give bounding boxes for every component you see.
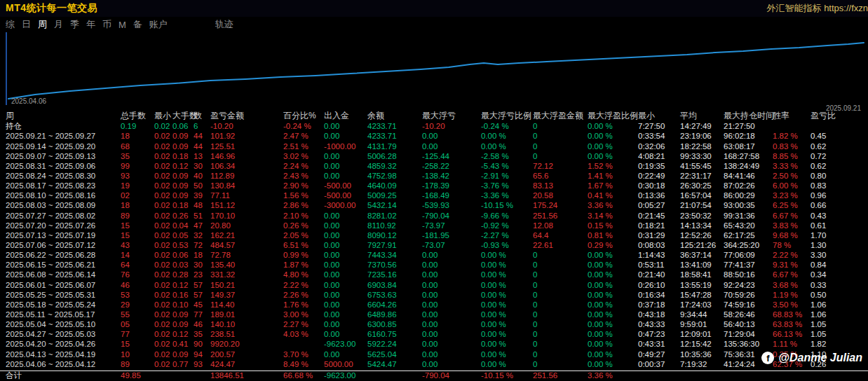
cell-period: 2025.04.13 ~ 2025.04.19 (6, 351, 121, 359)
cell-period: 2025.04.27 ~ 2025.05.03 (6, 331, 121, 339)
cell-min_lots: 0.02 (144, 232, 172, 240)
cell-avg_hold: 13:55:19 (680, 282, 724, 290)
cell-max_lots: 0.77 (172, 361, 194, 369)
cell-percent: 1.87 % (283, 261, 324, 270)
cell-min_hold: 1:14:43 (638, 251, 680, 260)
cell-trades: 93 (194, 361, 210, 369)
cell-max_float_loss: 0.00 (422, 331, 481, 339)
cell-avg_hold: 15:47:28 (680, 291, 724, 300)
table-row: 2025.04.13 ~ 2025.04.19100.020.0994200.5… (0, 349, 868, 359)
cell-max_lots: 0.06 (172, 251, 194, 260)
cell-max_lots: 0.06 (172, 123, 194, 131)
cell-total_lots: 99 (121, 162, 144, 171)
cell-max_hold: 70:59:26 (724, 291, 773, 300)
tab-日[interactable]: 日 (22, 18, 31, 31)
cell-win_rate: 66.13 % (773, 331, 811, 339)
cell-period: 2025.06.01 ~ 2025.06.07 (6, 282, 121, 290)
table-row: 2025.07.06 ~ 2025.07.12430.020.5372484.5… (0, 241, 868, 251)
cell-win_rate: 1.82 % (773, 132, 811, 141)
cell-avg_hold: 23:50:32 (680, 212, 724, 221)
cell-min_hold: 0:30:18 (638, 182, 680, 190)
cell-deposit_withdraw: 0.00 (324, 132, 367, 141)
cell-total_lots: 10 (121, 351, 144, 359)
tab-币[interactable]: 币 (102, 18, 111, 31)
cell-max_float_profit_pct: 0.00 % (588, 321, 638, 329)
cell-percent: 2.90 % (283, 182, 324, 190)
cell-min_lots: 0.02 (144, 361, 172, 369)
tab-月[interactable]: 月 (54, 18, 63, 31)
cell-max_hold: 92:24:23 (724, 282, 773, 290)
cell-deposit_withdraw: -9623.00 (324, 340, 367, 349)
cell-avg_hold: 10:35:36 (680, 351, 724, 359)
cell-max_lots: 0.09 (172, 143, 194, 151)
cell-max_float_loss_pct: -2.91 % (481, 172, 533, 181)
cell-profit_loss: 149.37 (210, 291, 283, 300)
cell-max_lots: 0.12 (172, 282, 194, 290)
cell-max_float_loss: 0.00 (422, 351, 481, 359)
cell-total_lots: 89 (121, 212, 144, 221)
cell-balance: 4752.98 (367, 172, 422, 181)
cell-win_rate: 6.67 % (773, 271, 811, 279)
cell-max_float_loss: -539.93 (422, 202, 481, 210)
cell-max_float_profit: 0 (533, 123, 588, 131)
tab-账户[interactable]: 账户 (149, 18, 168, 31)
cell-min_lots: 0.02 (144, 291, 172, 300)
cell-total_lots: 14 (121, 251, 144, 260)
cell-deposit_withdraw: 5000.00 (324, 361, 367, 369)
cell-min_lots: 0.02 (144, 321, 172, 329)
cell-max_float_loss_pct: -0.24 % (481, 123, 533, 131)
cell-min_lots: 0.02 (144, 301, 172, 310)
cell-max_lots: 0.09 (172, 351, 194, 359)
tab-M[interactable]: M (118, 20, 126, 30)
tab-周[interactable]: 周 (38, 18, 47, 31)
cell-max_hold: 63:08:17 (724, 143, 773, 151)
cell-max_float_profit_pct: 0.00 % (588, 291, 638, 300)
tab-备[interactable]: 备 (133, 18, 142, 31)
cell-profit_loss: 200.57 (210, 351, 283, 359)
cell-period: 2025.06.15 ~ 2025.06.21 (6, 261, 121, 270)
cell-percent: 1.56 % (283, 192, 324, 200)
cell-percent: 1.76 % (283, 301, 324, 310)
cell-balance: 7443.34 (367, 251, 422, 260)
cell-max_hold: 99:31:36 (724, 212, 773, 221)
cell-min_hold: 0:21:40 (638, 271, 680, 279)
cell-max_float_profit: 0 (533, 321, 588, 329)
cell-max_float_loss: 0.00 (422, 301, 481, 310)
cell-min_hold: 0:00:37 (638, 361, 680, 369)
brand-link[interactable]: 外汇智能指标 https://fxzn (767, 2, 868, 15)
header-max_float_profit_pct: 最大浮盈比例 (588, 111, 638, 120)
tab-年[interactable]: 年 (86, 18, 95, 31)
cell-max_hold: 87:02:26 (724, 182, 773, 190)
cell-max_float_profit_pct: 0.00 % (588, 301, 638, 310)
cell-profit_loss: -10.20 (210, 123, 283, 131)
top-bar: MT4统计每一笔交易 外汇智能指标 https://fxzn (0, 0, 868, 17)
cell-max_hold: 168:27:58 (724, 153, 773, 161)
watermark: f @Danme Julian (761, 352, 862, 364)
cell-percent: 6.51 % (283, 242, 324, 250)
tab-综[interactable]: 综 (6, 18, 15, 31)
cell-win_rate: 6.00 % (773, 182, 811, 190)
cell-min_lots: 0.02 (144, 192, 172, 200)
cell-deposit_withdraw: 0.00 (324, 242, 367, 250)
cell-period: 2025.05.25 ~ 2025.05.31 (6, 291, 121, 300)
cell-min_lots: 0.02 (144, 351, 172, 359)
cell-balance: 6753.63 (367, 291, 422, 300)
cell-win_rate: 1.11 % (773, 340, 811, 349)
cell-max_lots: 0.09 (172, 132, 194, 141)
cell-max_float_profit: 0 (533, 340, 588, 349)
cell-trades: 44 (194, 132, 210, 141)
cell-max_hold: 21:27:50 (724, 123, 773, 131)
tab-轨迹[interactable]: 轨迹 (215, 18, 233, 31)
cell-win_rate: 6.67 % (773, 212, 811, 221)
cell-max_float_profit_pct: 3.14 % (588, 212, 638, 221)
cell-profit_loss: 101.92 (210, 132, 283, 141)
cell-total_lots: 93 (121, 172, 144, 181)
cell-max_float_loss_pct: 0.00 % (481, 321, 533, 329)
tab-季[interactable]: 季 (70, 18, 79, 31)
cell-balance: 5922.24 (367, 340, 422, 349)
cell-period: 2025.04.06 ~ 2025.04.12 (6, 361, 121, 369)
cell-profit_loss: 114.40 (210, 301, 283, 310)
cell-min_hold: 0:49:27 (638, 351, 680, 359)
cell-max_lots: 0.04 (172, 222, 194, 230)
cell-profit_ratio: 1.06 (811, 311, 839, 319)
